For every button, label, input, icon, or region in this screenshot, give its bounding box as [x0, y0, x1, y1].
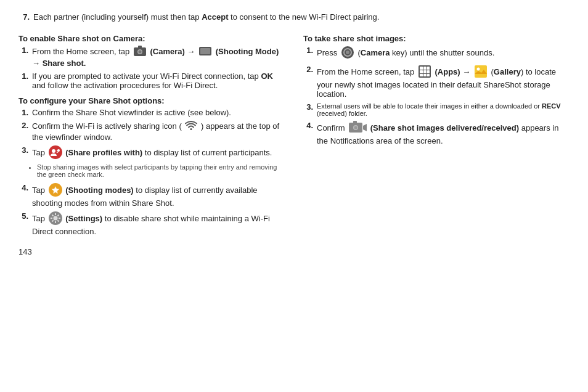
item-num-c3: 3. — [18, 145, 28, 155]
intro-item: 7. Each partner (including yourself) mus… — [18, 12, 570, 22]
wifi-icon — [185, 121, 197, 133]
enable-share-shot-header: To enable Share shot on Camera: — [18, 34, 285, 43]
share-profiles-label: (Share profiles with) — [65, 148, 142, 157]
configure-share-shot-header: To configure your Share Shot options: — [18, 96, 285, 105]
arrow-2: → — [32, 59, 43, 68]
enable-item-1: 1. From the Home screen, tap (Camera) → — [18, 46, 285, 68]
enable-item-2: 1. If you are prompted to activate your … — [18, 71, 285, 90]
camera-shutter-icon — [341, 46, 354, 61]
right-column: To take share shot images: 1. Press (Cam… — [303, 28, 570, 256]
svg-point-7 — [49, 145, 62, 159]
configure-item-2: 2. Confirm the Wi-Fi is actively sharing… — [18, 121, 285, 142]
svg-rect-34 — [420, 74, 423, 76]
svg-rect-1 — [138, 46, 142, 48]
take-share-shot-header: To take share shot images: — [303, 34, 570, 43]
gallery-label: Gallery — [494, 67, 521, 76]
take-share-list: 1. Press (Camera key) until the shutter … — [303, 46, 570, 145]
svg-rect-40 — [353, 121, 357, 123]
intro-text: Each partner (including yourself) must t… — [33, 12, 379, 22]
item-num-1b: 1. — [18, 71, 28, 81]
svg-point-42 — [354, 126, 357, 129]
share-camera-confirm-icon — [348, 121, 367, 136]
ok-label: OK — [261, 71, 273, 81]
arrow-1: → — [187, 47, 197, 56]
svg-rect-5 — [200, 48, 210, 54]
svg-point-38 — [476, 68, 480, 71]
configure-item-1: 1. Confirm the Share Shot viewfinder is … — [18, 108, 285, 117]
configure-item-5: 5. Tap — [18, 211, 285, 236]
item-num-r2: 2. — [303, 65, 313, 74]
item-content-r4: Confirm (Share shot images delivered/rec… — [317, 121, 570, 145]
apps-label: (Apps) — [435, 67, 460, 76]
svg-point-6 — [190, 128, 192, 130]
accept-bold: Accept — [202, 12, 228, 22]
item-content-c3: Tap (Share profiles with) to display lis… — [32, 145, 285, 179]
item-content-c4: Tap (Shooting modes) to display list of … — [32, 183, 285, 208]
svg-rect-30 — [427, 67, 430, 70]
share-shot-label: Share shot. — [43, 59, 86, 68]
gallery-icon — [474, 65, 488, 80]
settings-label: (Settings) — [65, 214, 102, 223]
item-content-c5: Tap — [32, 211, 285, 236]
share-profiles-icon — [49, 145, 62, 161]
svg-rect-31 — [420, 70, 423, 73]
item-num-c1: 1. — [18, 108, 28, 117]
item-num-c5: 5. — [18, 211, 28, 221]
item-number: 7. — [18, 12, 30, 22]
bullet-item: Stop sharing images with select particip… — [37, 163, 285, 178]
page-number: 143 — [18, 247, 285, 256]
item-content-c1: Confirm the Share Shot viewfinder is act… — [32, 108, 285, 117]
take-item-4: 4. Confirm (Share shot images delivered/… — [303, 121, 570, 145]
svg-point-3 — [138, 51, 141, 54]
svg-rect-28 — [420, 67, 423, 70]
configure-item-3: 3. Tap (Share profiles with) to d — [18, 145, 285, 179]
shooting-modes-label: (Shooting modes) — [65, 186, 134, 195]
camera-icon — [133, 46, 147, 59]
configure-list: 1. Confirm the Share Shot viewfinder is … — [18, 108, 285, 236]
share-delivered-label: (Share shot images delivered/received) — [370, 123, 519, 133]
shooting-modes-icon — [49, 183, 62, 198]
svg-rect-32 — [423, 70, 427, 73]
item-content-c2: Confirm the Wi-Fi is actively sharing ic… — [32, 121, 285, 142]
two-column-layout: To enable Share shot on Camera: 1. From … — [18, 28, 570, 256]
left-column: To enable Share shot on Camera: 1. From … — [18, 28, 285, 256]
item-content-r3: External users will be able to locate th… — [317, 102, 570, 117]
item-content-r1: Press (Camera key) until the shutter sou… — [317, 46, 570, 61]
take-item-1: 1. Press (Camera key) until the shutter … — [303, 46, 570, 61]
svg-point-26 — [346, 51, 349, 54]
item-content-1: From the Home screen, tap (Camera) → — [32, 46, 285, 68]
camera-key-label: Camera — [361, 48, 390, 57]
svg-rect-33 — [427, 70, 430, 73]
settings-icon — [49, 211, 62, 227]
item-num-c2: 2. — [18, 121, 28, 130]
item-num-r3: 3. — [303, 102, 313, 112]
apps-grid-icon — [418, 65, 431, 80]
camera-label: (Camera) — [150, 47, 184, 56]
svg-point-8 — [52, 149, 55, 153]
item-num-1: 1. — [18, 46, 28, 55]
recv-label: RECV — [542, 102, 561, 110]
svg-rect-36 — [427, 74, 430, 76]
shooting-mode-icon — [198, 46, 212, 58]
arrow-r2: → — [462, 67, 473, 76]
shooting-mode-label: (Shooting Mode) — [216, 47, 279, 56]
svg-point-15 — [53, 216, 57, 221]
item-num-r4: 4. — [303, 121, 313, 130]
item-num-c4: 4. — [18, 183, 28, 192]
item-content-1b: If you are prompted to activate your Wi-… — [32, 71, 285, 90]
take-item-3: 3. External users will be able to locate… — [303, 102, 570, 117]
item-content-r2: From the Home screen, tap — [317, 65, 570, 99]
take-item-2: 2. From the Home screen, tap — [303, 65, 570, 99]
item-num-r1: 1. — [303, 46, 313, 55]
svg-rect-29 — [423, 67, 427, 70]
bullet-list: Stop sharing images with select particip… — [32, 163, 285, 178]
enable-list: 1. From the Home screen, tap (Camera) → — [18, 46, 285, 90]
svg-rect-35 — [423, 74, 427, 76]
configure-item-4: 4. Tap (Shooting modes) to display list … — [18, 183, 285, 208]
